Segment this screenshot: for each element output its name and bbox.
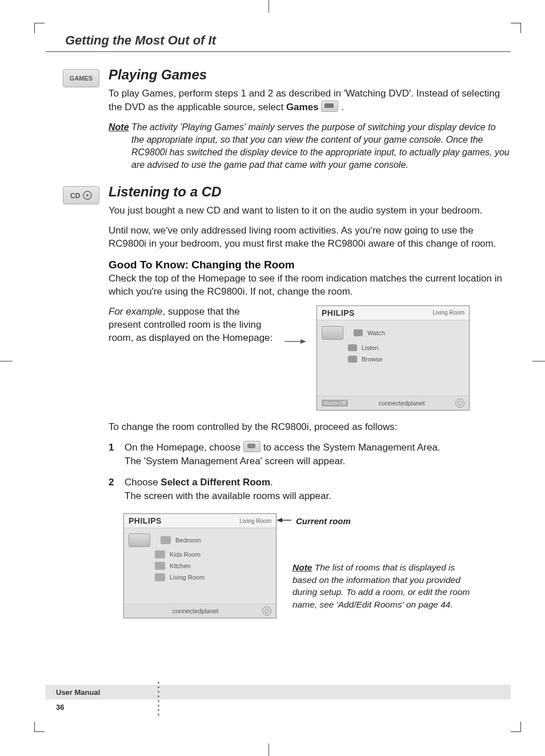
rooms-screenshot: PHILIPS Living Room Bedroom Kids Room Ki… xyxy=(123,513,276,618)
games-intro: To play Games, perform steps 1 and 2 as … xyxy=(109,87,511,114)
for-example: For example xyxy=(109,306,162,317)
arrow-right-icon xyxy=(284,337,306,348)
cd-p2: Until now, we've only addressed living r… xyxy=(109,224,511,251)
home-button-icon xyxy=(322,326,343,340)
browse-item: Browse xyxy=(362,356,383,363)
bedroom-icon xyxy=(161,536,171,544)
games-note-text: The activity 'Playing Games' mainly serv… xyxy=(131,122,510,170)
rooms-note-text: The list of rooms that is displayed is b… xyxy=(292,562,470,609)
cd-badge-icon: CD xyxy=(63,186,99,204)
current-room-label: Current room xyxy=(296,516,351,526)
svg-marker-4 xyxy=(300,339,306,344)
header-rule xyxy=(46,51,511,52)
listen-icon xyxy=(348,344,357,351)
step-1-line2: The 'System Management Area' screen will… xyxy=(125,455,511,468)
room-kids: Kids Room xyxy=(170,551,201,558)
step-1-a: On the Homepage, choose xyxy=(125,442,243,453)
footer-bar: User Manual xyxy=(46,685,511,699)
footer-label: User Manual xyxy=(56,688,100,697)
good-to-know-heading: Good To Know: Changing the Room xyxy=(109,259,511,271)
kitchen-icon xyxy=(155,562,165,570)
page-header: Getting the Most Out of It xyxy=(65,33,511,48)
settings-inline-icon xyxy=(243,441,261,452)
step-1-number: 1 xyxy=(109,441,119,468)
change-room-intro: To change the room controlled by the RC9… xyxy=(109,421,511,434)
footer-dots-icon xyxy=(158,679,160,718)
step-1-b: to access the System Management Area. xyxy=(263,442,440,453)
rooms-note: Note The list of rooms that is displayed… xyxy=(292,561,475,611)
rooms-home-icon xyxy=(129,533,150,547)
games-intro-b: . xyxy=(338,102,343,112)
games-badge-icon: GAMES xyxy=(63,69,99,87)
page-number: 36 xyxy=(56,703,511,711)
browse-icon xyxy=(348,356,357,363)
arrow-left-icon xyxy=(276,516,291,526)
screen-room-label: Living Room xyxy=(432,309,464,316)
rooms-brand: PHILIPS xyxy=(129,516,162,525)
step-2-a: Choose xyxy=(125,477,161,488)
room-living: Living Room xyxy=(170,574,205,581)
step-2-bold: Select a Different Room xyxy=(161,477,270,488)
connected-planet-label: connectedplanet xyxy=(379,400,425,407)
svg-text:CD: CD xyxy=(70,192,81,200)
games-inline-icon xyxy=(321,100,338,112)
listen-item: Listen xyxy=(362,344,378,351)
screen-brand: PHILIPS xyxy=(322,308,355,317)
living-room-icon xyxy=(155,573,165,581)
room-off-chip: Room Off xyxy=(322,400,348,407)
listening-cd-heading: Listening to a CD xyxy=(109,184,511,200)
cd-p1: You just bought a new CD and want to lis… xyxy=(109,204,511,218)
step-1: 1 On the Homepage, choose to access the … xyxy=(109,441,511,468)
step-2: 2 Choose Select a Different Room. The sc… xyxy=(109,476,511,503)
kids-room-icon xyxy=(155,550,165,558)
room-bedroom: Bedroom xyxy=(175,537,201,544)
rooms-connected-planet: connectedplanet xyxy=(173,608,219,614)
games-word: Games xyxy=(286,102,319,112)
example-text: For example, suppose that the present co… xyxy=(109,305,274,345)
rooms-note-label: Note xyxy=(292,562,312,572)
room-kitchen: Kitchen xyxy=(170,562,191,569)
playing-games-heading: Playing Games xyxy=(109,67,511,83)
step-2-line2: The screen with the available rooms will… xyxy=(125,489,511,503)
gtk-paragraph: Check the top of the Homepage to see if … xyxy=(109,272,511,299)
note-label: Note xyxy=(109,122,129,132)
games-note: Note The activity 'Playing Games' mainly… xyxy=(109,121,511,171)
watch-icon xyxy=(354,329,363,336)
svg-point-2 xyxy=(86,194,89,196)
rooms-gear-icon xyxy=(262,606,271,616)
rooms-room-label: Living Room xyxy=(239,518,271,524)
gear-icon xyxy=(455,399,464,408)
step-2-b: . xyxy=(270,477,273,488)
step-2-number: 2 xyxy=(109,476,119,503)
homepage-screenshot: PHILIPS Living Room Watch Listen Browse … xyxy=(316,305,470,411)
watch-item: Watch xyxy=(367,329,385,336)
